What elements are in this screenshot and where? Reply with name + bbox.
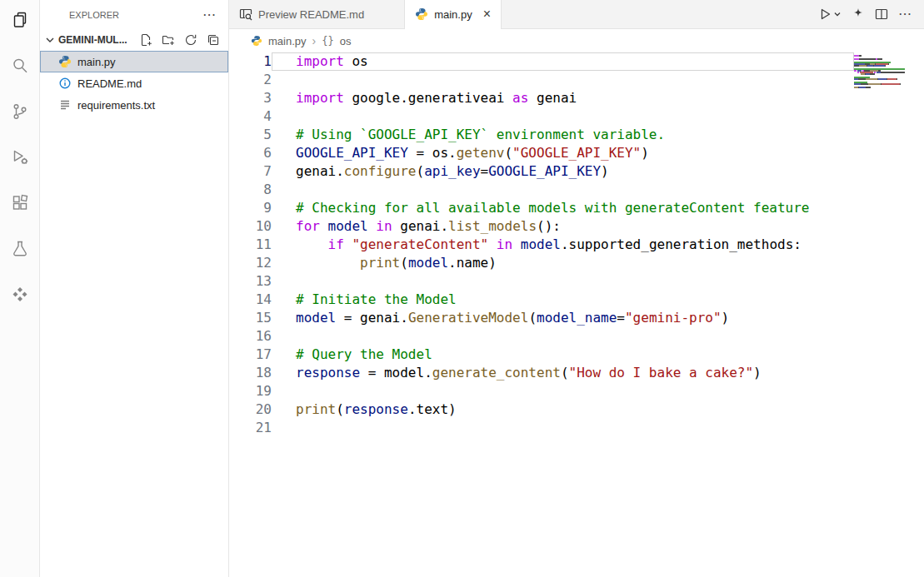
code-line-6[interactable]: 6GOOGLE_API_KEY = os.getenv("GOOGLE_API_…	[229, 144, 854, 162]
minimap[interactable]	[854, 55, 912, 90]
line-number[interactable]: 14	[229, 291, 272, 309]
line-content[interactable]	[272, 382, 854, 400]
line-number[interactable]: 13	[229, 272, 272, 291]
files-icon[interactable]	[10, 10, 30, 30]
code-line-20[interactable]: 20print(response.text)	[229, 400, 854, 419]
sparkle-icon[interactable]	[852, 7, 865, 21]
line-number[interactable]: 2	[229, 71, 272, 89]
code-line-13[interactable]: 13	[229, 272, 854, 291]
line-content[interactable]: # Checking for all available models with…	[272, 199, 854, 217]
line-number[interactable]: 6	[229, 144, 272, 162]
new-folder-icon[interactable]	[162, 33, 175, 47]
line-number[interactable]: 8	[229, 181, 272, 199]
code-line-1[interactable]: 1import os	[229, 52, 854, 71]
line-number[interactable]: 19	[229, 382, 272, 400]
run-python-file-icon[interactable]	[818, 7, 832, 21]
minimap-token	[859, 58, 876, 60]
line-number[interactable]: 16	[229, 327, 272, 346]
line-number[interactable]: 21	[229, 419, 272, 437]
tab-main-py[interactable]: main.py ×	[405, 0, 502, 28]
code-lines[interactable]: 1import os23import google.generativeai a…	[229, 52, 854, 577]
code-line-18[interactable]: 18response = model.generate_content("How…	[229, 364, 854, 382]
token-var: GOOGLE_API_KEY	[296, 145, 408, 161]
code-line-3[interactable]: 3import google.generativeai as genai	[229, 89, 854, 107]
line-number[interactable]: 18	[229, 364, 272, 382]
code-line-9[interactable]: 9# Checking for all available models wit…	[229, 199, 854, 217]
search-icon[interactable]	[10, 56, 30, 76]
line-number[interactable]: 3	[229, 89, 272, 107]
code-line-2[interactable]: 2	[229, 71, 854, 89]
token-def	[512, 236, 521, 252]
line-content[interactable]: import os	[272, 52, 854, 71]
refresh-explorer-icon[interactable]	[184, 33, 197, 47]
line-content[interactable]: # Using `GOOGLE_API_KEY` environment var…	[272, 126, 854, 144]
code-line-15[interactable]: 15model = genai.GenerativeModel(model_na…	[229, 309, 854, 327]
line-number[interactable]: 5	[229, 126, 272, 144]
new-file-icon[interactable]	[139, 33, 152, 47]
line-number[interactable]: 20	[229, 400, 272, 419]
line-number[interactable]: 4	[229, 107, 272, 126]
line-number[interactable]: 12	[229, 254, 272, 272]
line-number[interactable]: 9	[229, 199, 272, 217]
line-content[interactable]: print(model.name)	[272, 254, 854, 272]
vertical-scrollbar[interactable]	[912, 52, 924, 577]
line-content[interactable]: genai.configure(api_key=GOOGLE_API_KEY)	[272, 162, 854, 181]
line-content[interactable]: if "generateContent" in model.supported_…	[272, 236, 854, 254]
line-number[interactable]: 11	[229, 236, 272, 254]
minimap-token	[867, 65, 873, 67]
line-content[interactable]: import google.generativeai as genai	[272, 89, 854, 107]
code-line-5[interactable]: 5# Using `GOOGLE_API_KEY` environment va…	[229, 126, 854, 144]
line-content[interactable]: GOOGLE_API_KEY = os.getenv("GOOGLE_API_K…	[272, 144, 854, 162]
editor-more-actions-icon[interactable]: ⋯	[898, 7, 912, 21]
tab-label: Preview README.md	[258, 8, 364, 21]
code-line-10[interactable]: 10for model in genai.list_models():	[229, 217, 854, 236]
file-row-readme-md[interactable]: README.md	[40, 72, 228, 94]
line-content[interactable]: print(response.text)	[272, 400, 854, 419]
code-line-17[interactable]: 17# Query the Model	[229, 346, 854, 364]
line-content[interactable]	[272, 419, 854, 437]
close-tab-icon[interactable]: ×	[483, 7, 491, 21]
breadcrumb-symbol[interactable]: os	[340, 35, 352, 47]
code-line-4[interactable]: 4	[229, 107, 854, 126]
code-line-7[interactable]: 7genai.configure(api_key=GOOGLE_API_KEY)	[229, 162, 854, 181]
collapse-folders-icon[interactable]	[207, 33, 220, 47]
line-content[interactable]	[272, 327, 854, 346]
line-content[interactable]: # Initiate the Model	[272, 291, 854, 309]
code-line-16[interactable]: 16	[229, 327, 854, 346]
code-line-8[interactable]: 8	[229, 181, 854, 199]
code-line-19[interactable]: 19	[229, 382, 854, 400]
split-editor-icon[interactable]	[875, 7, 888, 21]
code-line-21[interactable]: 21	[229, 419, 854, 437]
line-number[interactable]: 7	[229, 162, 272, 181]
minimap-token	[877, 58, 882, 60]
code-line-14[interactable]: 14# Initiate the Model	[229, 291, 854, 309]
line-content[interactable]: response = model.generate_content("How d…	[272, 364, 854, 382]
file-row-main-py[interactable]: main.py	[40, 51, 228, 72]
line-content[interactable]	[272, 107, 854, 126]
line-number[interactable]: 17	[229, 346, 272, 364]
run-debug-icon[interactable]	[10, 147, 30, 167]
code-line-11[interactable]: 11 if "generateContent" in model.support…	[229, 236, 854, 254]
extensions-icon[interactable]	[10, 193, 30, 213]
line-content[interactable]	[272, 71, 854, 89]
line-content[interactable]: model = genai.GenerativeModel(model_name…	[272, 309, 854, 327]
line-content[interactable]	[272, 181, 854, 199]
tab-label: main.py	[434, 8, 472, 21]
line-content[interactable]: for model in genai.list_models():	[272, 217, 854, 236]
file-row-requirements-txt[interactable]: requirements.txt	[40, 94, 228, 116]
breadcrumb-file[interactable]: main.py	[268, 35, 307, 47]
source-control-icon[interactable]	[10, 102, 30, 122]
explorer-section-header[interactable]: GEMINI-MUL...	[40, 29, 228, 51]
blocks-icon[interactable]	[10, 285, 30, 305]
line-number[interactable]: 15	[229, 309, 272, 327]
testing-icon[interactable]	[10, 239, 30, 259]
line-content[interactable]: # Query the Model	[272, 346, 854, 364]
line-number[interactable]: 10	[229, 217, 272, 236]
line-content[interactable]	[272, 272, 854, 291]
code-line-12[interactable]: 12 print(model.name)	[229, 254, 854, 272]
code-editor[interactable]: 1import os23import google.generativeai a…	[229, 52, 924, 577]
tab-preview-readme[interactable]: Preview README.md	[229, 0, 405, 28]
line-number[interactable]: 1	[229, 52, 272, 71]
run-dropdown-chevron-icon[interactable]	[833, 10, 842, 18]
explorer-more-actions-icon[interactable]: ⋯	[202, 8, 217, 22]
